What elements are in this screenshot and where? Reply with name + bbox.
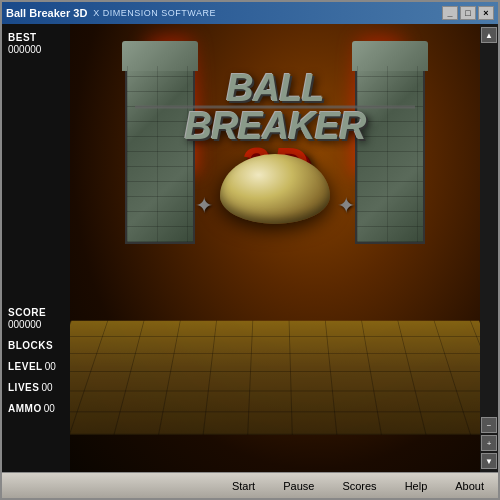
best-label: BEST [8,32,64,43]
logo-container: BALL BREAKER 3D ✦ ✦ ✦ ✦ [115,54,435,274]
tower-left-top [122,41,198,71]
star-icon-3: ✦ [337,193,355,219]
ball-breaker-title: BALL BREAKER [135,69,415,145]
lives-value: 00 [41,382,52,393]
window-subtitle: X DIMENSION SOFTWARE [93,8,216,18]
scroll-up-button[interactable]: ▲ [481,27,497,43]
game-area: BALL BREAKER 3D ✦ ✦ ✦ ✦ [70,24,480,472]
sidebar-top: BEST 000000 [8,32,64,307]
close-button[interactable]: × [478,6,494,20]
titlebar-left: Ball Breaker 3D X DIMENSION SOFTWARE [6,7,216,19]
restore-button[interactable]: □ [460,6,476,20]
window-title: Ball Breaker 3D [6,7,87,19]
menubar: Start Pause Scores Help About [2,472,498,498]
scroll-down-button[interactable]: ▼ [481,453,497,469]
level-label: LEVEL [8,361,43,372]
blocks-label: BLOCKS [8,340,64,351]
star-icon-1: ✦ [195,193,213,219]
titlebar: Ball Breaker 3D X DIMENSION SOFTWARE _ □… [2,2,498,24]
help-menu-item[interactable]: Help [401,478,432,494]
about-menu-item[interactable]: About [451,478,488,494]
score-label: SCORE [8,307,64,318]
scores-menu-item[interactable]: Scores [338,478,380,494]
start-menu-item[interactable]: Start [228,478,259,494]
sidebar: BEST 000000 SCORE 000000 BLOCKS LEVEL 00… [2,24,70,472]
ammo-label: AMMO [8,403,42,414]
lives-label: LIVES [8,382,39,393]
tower-right-top [352,41,428,71]
volume-plus-button[interactable]: + [481,435,497,451]
best-value: 000000 [8,44,64,55]
window-controls: _ □ × [442,6,494,20]
pause-menu-item[interactable]: Pause [279,478,318,494]
game-canvas: BALL BREAKER 3D ✦ ✦ ✦ ✦ [70,24,480,472]
level-value: 00 [45,361,56,372]
score-value: 000000 [8,319,64,330]
scrollbar: ▲ − + ▼ [480,24,498,472]
floor [70,321,480,435]
content-area: BEST 000000 SCORE 000000 BLOCKS LEVEL 00… [2,24,498,472]
sidebar-bottom: SCORE 000000 BLOCKS LEVEL 00 LIVES 00 AM… [8,307,64,424]
volume-minus-button[interactable]: − [481,417,497,433]
minimize-button[interactable]: _ [442,6,458,20]
application-window: Ball Breaker 3D X DIMENSION SOFTWARE _ □… [0,0,500,500]
ammo-value: 00 [44,403,55,414]
